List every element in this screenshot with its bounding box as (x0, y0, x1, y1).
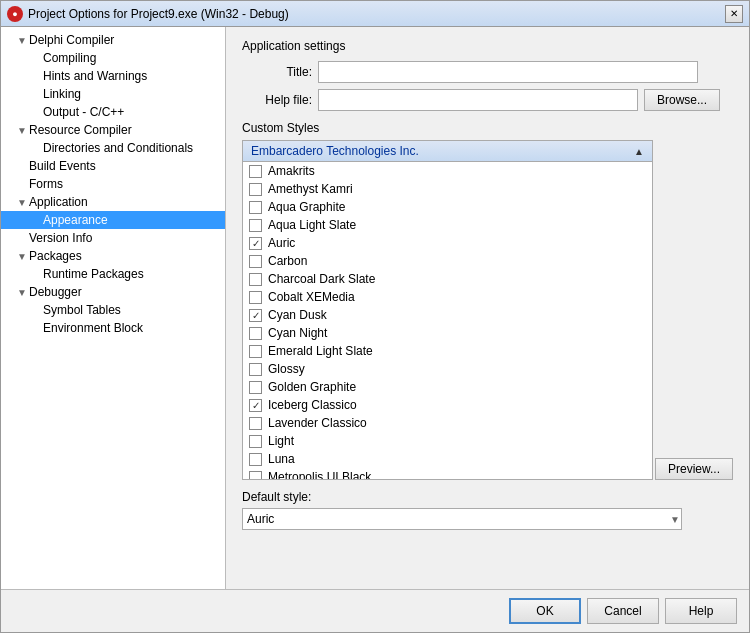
style-item[interactable]: Carbon (243, 252, 652, 270)
styles-list-header: Embarcadero Technologies Inc. ▲ (243, 141, 652, 162)
bottom-bar: OK Cancel Help (1, 589, 749, 632)
tree-item-label: Compiling (43, 51, 96, 65)
title-label: Title: (242, 65, 312, 79)
preview-button[interactable]: Preview... (655, 458, 733, 480)
style-checkbox[interactable] (249, 219, 262, 232)
custom-styles-section: Custom Styles Embarcadero Technologies I… (242, 121, 733, 530)
custom-styles-label: Custom Styles (242, 121, 733, 135)
expand-icon: ▼ (17, 251, 29, 262)
tree-item-directories-conditionals[interactable]: Directories and Conditionals (1, 139, 225, 157)
style-checkbox[interactable] (249, 309, 262, 322)
tree-item-packages[interactable]: ▼ Packages (1, 247, 225, 265)
tree-item-label: Runtime Packages (43, 267, 144, 281)
style-item[interactable]: Charcoal Dark Slate (243, 270, 652, 288)
tree-item-resource-compiler[interactable]: ▼ Resource Compiler (1, 121, 225, 139)
default-style-row: Default style: AuricAmethyst KamriCyan D… (242, 490, 733, 530)
tree-panel: ▼ Delphi CompilerCompilingHints and Warn… (1, 27, 226, 589)
tree-item-application[interactable]: ▼ Application (1, 193, 225, 211)
styles-container: Embarcadero Technologies Inc. ▲ Amakrits… (242, 140, 733, 480)
style-item[interactable]: Cyan Dusk (243, 306, 652, 324)
tree-item-label: Build Events (29, 159, 96, 173)
tree-item-symbol-tables[interactable]: Symbol Tables (1, 301, 225, 319)
style-checkbox[interactable] (249, 417, 262, 430)
tree-item-output-cpp[interactable]: Output - C/C++ (1, 103, 225, 121)
style-item[interactable]: Emerald Light Slate (243, 342, 652, 360)
right-panel: Application settings Title: Help file: B… (226, 27, 749, 589)
tree-item-hints-warnings[interactable]: Hints and Warnings (1, 67, 225, 85)
style-item[interactable]: Golden Graphite (243, 378, 652, 396)
style-item[interactable]: Aqua Graphite (243, 198, 652, 216)
style-item[interactable]: Iceberg Classico (243, 396, 652, 414)
style-item[interactable]: Aqua Light Slate (243, 216, 652, 234)
style-item[interactable]: Glossy (243, 360, 652, 378)
tree-item-forms[interactable]: Forms (1, 175, 225, 193)
window-title: Project Options for Project9.exe (Win32 … (28, 7, 720, 21)
style-checkbox[interactable] (249, 471, 262, 480)
tree-item-build-events[interactable]: Build Events (1, 157, 225, 175)
ok-button[interactable]: OK (509, 598, 581, 624)
style-checkbox[interactable] (249, 291, 262, 304)
style-checkbox[interactable] (249, 327, 262, 340)
help-file-label: Help file: (242, 93, 312, 107)
style-name: Carbon (268, 254, 307, 268)
style-name: Light (268, 434, 294, 448)
style-checkbox[interactable] (249, 453, 262, 466)
tree-item-debugger[interactable]: ▼ Debugger (1, 283, 225, 301)
tree-item-label: Appearance (43, 213, 108, 227)
tree-item-appearance[interactable]: Appearance (1, 211, 225, 229)
tree-item-label: Forms (29, 177, 63, 191)
style-checkbox[interactable] (249, 381, 262, 394)
tree-item-environment-block[interactable]: Environment Block (1, 319, 225, 337)
default-style-select[interactable]: AuricAmethyst KamriCyan DuskIceberg Clas… (242, 508, 682, 530)
style-item[interactable]: Amethyst Kamri (243, 180, 652, 198)
styles-header-text: Embarcadero Technologies Inc. (251, 144, 419, 158)
browse-button[interactable]: Browse... (644, 89, 720, 111)
styles-list-wrapper: Embarcadero Technologies Inc. ▲ Amakrits… (242, 140, 653, 480)
tree-item-runtime-packages[interactable]: Runtime Packages (1, 265, 225, 283)
help-button[interactable]: Help (665, 598, 737, 624)
app-settings-title: Application settings (242, 39, 733, 53)
tree-item-label: Version Info (29, 231, 92, 245)
style-checkbox[interactable] (249, 255, 262, 268)
style-checkbox[interactable] (249, 363, 262, 376)
style-checkbox[interactable] (249, 435, 262, 448)
style-item[interactable]: Amakrits (243, 162, 652, 180)
title-bar: ● Project Options for Project9.exe (Win3… (1, 1, 749, 27)
style-item[interactable]: Metropolis UI Black (243, 468, 652, 479)
cancel-button[interactable]: Cancel (587, 598, 659, 624)
style-name: Amethyst Kamri (268, 182, 353, 196)
style-item[interactable]: Lavender Classico (243, 414, 652, 432)
styles-list: AmakritsAmethyst KamriAqua GraphiteAqua … (243, 162, 652, 479)
style-item[interactable]: Auric (243, 234, 652, 252)
style-item[interactable]: Cyan Night (243, 324, 652, 342)
title-input[interactable] (318, 61, 698, 83)
style-checkbox[interactable] (249, 273, 262, 286)
title-row: Title: (242, 61, 733, 83)
window-icon: ● (7, 6, 23, 22)
main-content: ▼ Delphi CompilerCompilingHints and Warn… (1, 27, 749, 589)
tree-item-compiling[interactable]: Compiling (1, 49, 225, 67)
style-checkbox[interactable] (249, 183, 262, 196)
style-name: Charcoal Dark Slate (268, 272, 375, 286)
collapse-icon[interactable]: ▲ (634, 146, 644, 157)
style-checkbox[interactable] (249, 237, 262, 250)
style-item[interactable]: Light (243, 432, 652, 450)
close-button[interactable]: ✕ (725, 5, 743, 23)
help-file-input[interactable] (318, 89, 638, 111)
tree-item-label: Environment Block (43, 321, 143, 335)
style-name: Lavender Classico (268, 416, 367, 430)
tree-item-label: Resource Compiler (29, 123, 132, 137)
style-item[interactable]: Luna (243, 450, 652, 468)
style-name: Metropolis UI Black (268, 470, 371, 479)
style-name: Iceberg Classico (268, 398, 357, 412)
tree-item-label: Delphi Compiler (29, 33, 114, 47)
tree-item-version-info[interactable]: Version Info (1, 229, 225, 247)
style-item[interactable]: Cobalt XEMedia (243, 288, 652, 306)
tree-item-linking[interactable]: Linking (1, 85, 225, 103)
style-checkbox[interactable] (249, 345, 262, 358)
tree-item-delphi-compiler[interactable]: ▼ Delphi Compiler (1, 31, 225, 49)
style-checkbox[interactable] (249, 201, 262, 214)
style-checkbox[interactable] (249, 165, 262, 178)
style-name: Auric (268, 236, 295, 250)
style-checkbox[interactable] (249, 399, 262, 412)
